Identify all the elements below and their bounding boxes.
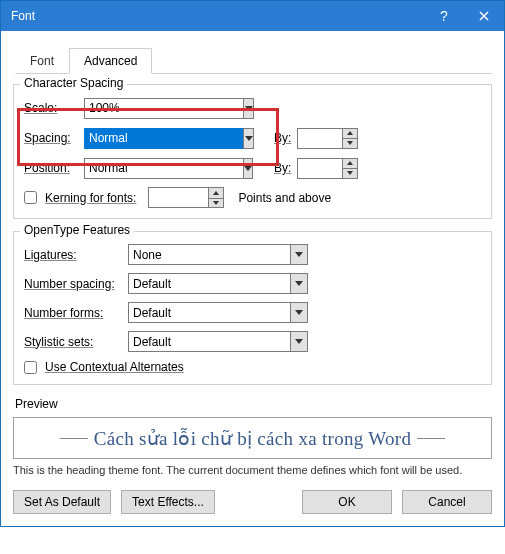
text-effects-button[interactable]: Text Effects... [121, 490, 215, 514]
contextual-alternates-label: Use Contextual Alternates [45, 360, 184, 374]
chevron-down-icon[interactable] [243, 98, 254, 119]
number-forms-label: Number forms: [24, 306, 128, 320]
font-dialog: Font ? Font Advanced Character Spacing S… [0, 0, 505, 527]
chevron-down-icon[interactable] [290, 244, 308, 265]
chevron-down-icon[interactable] [290, 302, 308, 323]
ligatures-input[interactable] [128, 244, 290, 265]
spin-down-icon[interactable] [208, 198, 224, 209]
points-above-label: Points and above [238, 191, 331, 205]
window-title: Font [11, 9, 424, 23]
position-label: Position: [24, 161, 84, 175]
kerning-checkbox[interactable] [24, 191, 37, 204]
chevron-down-icon[interactable] [290, 273, 308, 294]
number-spacing-combo[interactable] [128, 273, 308, 294]
spacing-combo[interactable] [84, 128, 254, 149]
scale-input[interactable] [84, 98, 243, 119]
cancel-button[interactable]: Cancel [402, 490, 492, 514]
position-input[interactable] [84, 158, 243, 179]
tab-advanced[interactable]: Advanced [69, 48, 152, 74]
scale-label: Scale: [24, 101, 84, 115]
number-forms-input[interactable] [128, 302, 290, 323]
preview-description: This is the heading theme font. The curr… [13, 464, 492, 476]
by-label-2: By: [274, 161, 291, 175]
spin-up-icon[interactable] [342, 128, 358, 139]
spin-down-icon[interactable] [342, 168, 358, 179]
kerning-label: Kerning for fonts: [45, 191, 136, 205]
kerning-input[interactable] [148, 187, 208, 208]
ligatures-label: Ligatures: [24, 248, 128, 262]
opentype-features-group: OpenType Features Ligatures: Number spac… [13, 231, 492, 385]
ligatures-combo[interactable] [128, 244, 308, 265]
character-spacing-legend: Character Spacing [20, 76, 127, 90]
spacing-by-spinner[interactable] [297, 128, 358, 149]
stylistic-sets-combo[interactable] [128, 331, 308, 352]
decoration-line [417, 438, 445, 439]
contextual-alternates-checkbox[interactable] [24, 361, 37, 374]
set-as-default-button[interactable]: Set As Default [13, 490, 111, 514]
preview-text: Cách sửa lỗi chữ bị cách xa trong Word [94, 427, 412, 450]
spacing-by-input[interactable] [297, 128, 342, 149]
stylistic-sets-label: Stylistic sets: [24, 335, 128, 349]
by-label-1: By: [274, 131, 291, 145]
help-icon[interactable]: ? [424, 1, 464, 31]
spin-down-icon[interactable] [342, 138, 358, 149]
close-icon[interactable] [464, 1, 504, 31]
stylistic-sets-input[interactable] [128, 331, 290, 352]
scale-combo[interactable] [84, 98, 254, 119]
chevron-down-icon[interactable] [243, 128, 254, 149]
preview-box: Cách sửa lỗi chữ bị cách xa trong Word [13, 417, 492, 459]
title-bar: Font ? [1, 1, 504, 31]
position-by-input[interactable] [297, 158, 342, 179]
preview-label: Preview [15, 397, 492, 411]
tab-strip: Font Advanced [15, 47, 492, 74]
tab-font[interactable]: Font [15, 48, 69, 74]
decoration-line [60, 438, 88, 439]
kerning-spinner[interactable] [148, 187, 224, 208]
chevron-down-icon[interactable] [290, 331, 308, 352]
dialog-footer: Set As Default Text Effects... OK Cancel [13, 490, 492, 514]
spin-up-icon[interactable] [208, 187, 224, 198]
ok-button[interactable]: OK [302, 490, 392, 514]
number-forms-combo[interactable] [128, 302, 308, 323]
number-spacing-label: Number spacing: [24, 277, 128, 291]
spacing-input[interactable] [84, 128, 243, 149]
spacing-label: Spacing: [24, 131, 84, 145]
position-combo[interactable] [84, 158, 144, 179]
chevron-down-icon[interactable] [243, 158, 253, 179]
character-spacing-group: Character Spacing Scale: Spacing: By: [13, 84, 492, 219]
spin-up-icon[interactable] [342, 158, 358, 169]
opentype-legend: OpenType Features [20, 223, 134, 237]
position-by-spinner[interactable] [297, 158, 358, 179]
number-spacing-input[interactable] [128, 273, 290, 294]
